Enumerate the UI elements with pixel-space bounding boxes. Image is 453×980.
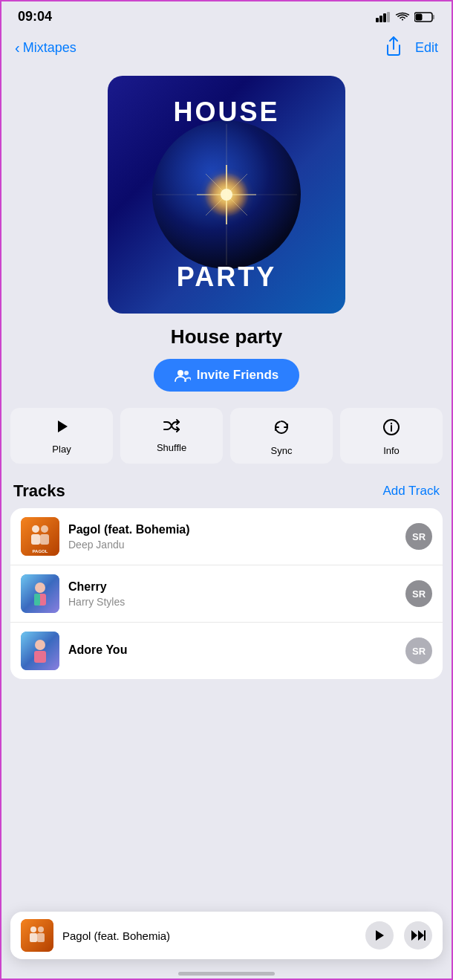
chevron-left-icon: ‹ <box>15 39 20 56</box>
now-playing-title: Pagol (feat. Bohemia) <box>62 929 356 942</box>
svg-point-40 <box>30 927 36 932</box>
status-time: 09:04 <box>18 9 52 25</box>
svg-rect-33 <box>34 594 40 606</box>
shuffle-label: Shuffle <box>157 442 186 453</box>
svg-rect-2 <box>383 13 386 22</box>
album-art-top-text: HOUSE <box>173 97 279 128</box>
globe-visual <box>149 117 304 273</box>
tracks-list: PAGOL Pagol (feat. Bohemia) Deep Jandu S… <box>10 508 443 679</box>
svg-point-21 <box>391 423 392 424</box>
invite-friends-button[interactable]: Invite Friends <box>154 359 300 392</box>
svg-rect-47 <box>424 930 426 941</box>
svg-rect-1 <box>379 16 382 22</box>
signal-icon <box>376 12 391 22</box>
svg-rect-42 <box>30 933 37 942</box>
info-button[interactable]: Info <box>340 408 443 464</box>
action-buttons: Play Shuffle Sync <box>0 408 453 464</box>
play-label: Play <box>52 444 71 455</box>
now-playing-play-button[interactable] <box>365 921 394 950</box>
now-playing-bar: Pagol (feat. Bohemia) <box>10 912 443 959</box>
track-thumbnail <box>21 632 59 670</box>
svg-point-36 <box>35 640 45 650</box>
track-added-by-avatar: SR <box>405 637 432 664</box>
invite-friends-label: Invite Friends <box>197 368 279 383</box>
status-icons <box>376 12 435 22</box>
track-thumbnail: PAGOL <box>21 517 59 556</box>
wifi-icon <box>395 12 410 22</box>
play-button[interactable]: Play <box>10 408 113 464</box>
svg-point-24 <box>32 525 39 533</box>
track-item[interactable]: Cherry Harry Styles SR <box>10 565 443 623</box>
svg-rect-0 <box>376 18 379 22</box>
share-button[interactable] <box>385 36 402 59</box>
info-icon <box>382 418 400 441</box>
svg-point-16 <box>177 370 183 376</box>
tracks-title: Tracks <box>13 481 65 501</box>
svg-rect-27 <box>40 534 49 545</box>
now-playing-thumbnail <box>21 919 53 952</box>
svg-rect-5 <box>433 15 435 19</box>
playlist-title-container: House party <box>0 325 453 348</box>
back-button[interactable]: ‹ Mixtapes <box>15 39 76 56</box>
forward-icon <box>411 929 426 941</box>
svg-point-41 <box>38 927 44 932</box>
person-group-icon <box>175 369 191 382</box>
album-art-container: HOUSE <box>0 68 453 325</box>
svg-point-17 <box>184 371 189 375</box>
track-name: Cherry <box>68 580 397 594</box>
track-added-by-avatar: SR <box>405 523 432 550</box>
svg-rect-26 <box>31 534 40 545</box>
track-thumbnail <box>21 574 59 613</box>
shuffle-icon <box>163 418 180 438</box>
track-artist: Harry Styles <box>68 596 397 608</box>
svg-marker-44 <box>376 930 384 941</box>
sync-button[interactable]: Sync <box>230 408 333 464</box>
sync-label: Sync <box>271 445 293 456</box>
svg-point-15 <box>221 189 232 201</box>
nav-bar: ‹ Mixtapes Edit <box>0 30 453 68</box>
now-playing-controls <box>365 921 432 950</box>
svg-marker-45 <box>411 930 417 941</box>
sync-icon <box>273 418 290 441</box>
battery-icon <box>414 12 435 22</box>
svg-text:PAGOL: PAGOL <box>33 549 48 554</box>
back-label: Mixtapes <box>23 40 76 56</box>
invite-btn-container: Invite Friends <box>0 359 453 392</box>
now-playing-forward-button[interactable] <box>404 921 432 950</box>
svg-rect-3 <box>387 12 390 22</box>
track-name: Pagol (feat. Bohemia) <box>68 523 397 536</box>
track-info: Cherry Harry Styles <box>68 580 397 608</box>
svg-rect-37 <box>34 651 46 663</box>
tracks-header: Tracks Add Track <box>0 481 453 508</box>
track-added-by-avatar: SR <box>405 580 432 607</box>
album-art: HOUSE <box>108 76 345 314</box>
info-label: Info <box>383 445 400 456</box>
play-icon <box>374 929 385 941</box>
add-track-button[interactable]: Add Track <box>382 484 440 499</box>
svg-rect-6 <box>416 13 423 20</box>
status-bar: 09:04 <box>0 0 453 30</box>
track-name: Adore You <box>68 643 397 657</box>
home-indicator <box>178 972 275 976</box>
svg-point-25 <box>41 525 48 533</box>
shuffle-button[interactable]: Shuffle <box>120 408 223 464</box>
track-item[interactable]: Adore You SR <box>10 623 443 679</box>
track-info: Adore You <box>68 643 397 659</box>
track-item[interactable]: PAGOL Pagol (feat. Bohemia) Deep Jandu S… <box>10 508 443 565</box>
svg-marker-18 <box>58 421 68 432</box>
svg-point-31 <box>35 583 45 593</box>
track-info: Pagol (feat. Bohemia) Deep Jandu <box>68 523 397 551</box>
share-icon <box>385 36 402 56</box>
play-icon <box>53 418 70 439</box>
svg-rect-43 <box>37 933 45 942</box>
nav-actions: Edit <box>385 36 438 59</box>
playlist-title: House party <box>171 325 282 348</box>
svg-marker-46 <box>418 930 424 941</box>
track-artist: Deep Jandu <box>68 539 397 551</box>
album-art-bottom-text: PARTY <box>177 262 276 293</box>
edit-button[interactable]: Edit <box>415 40 438 56</box>
